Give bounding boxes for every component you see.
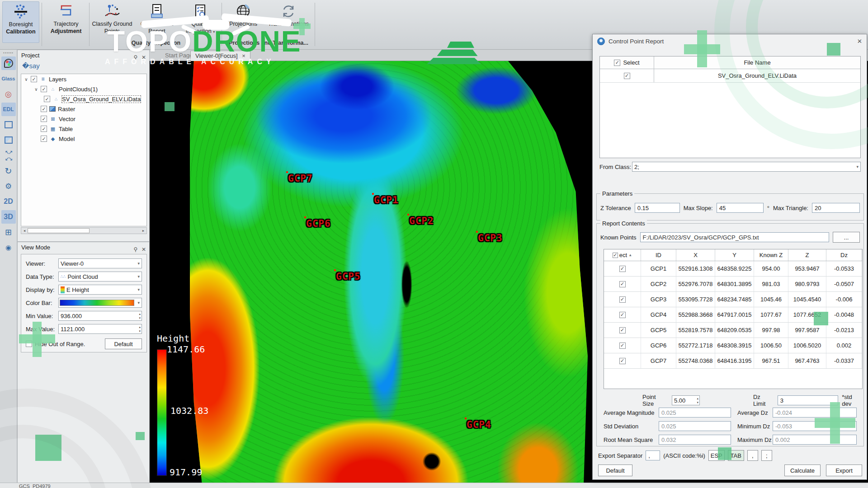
max-dz-value[interactable]: 0.002 <box>773 435 857 445</box>
hide-out-of-range-checkbox[interactable] <box>26 341 32 347</box>
header-dz[interactable]: Dz <box>826 249 862 261</box>
boresight-calibration-button[interactable]: Boresight Calibration <box>2 1 39 43</box>
row-checkbox[interactable] <box>619 343 626 349</box>
gcp-table-row[interactable]: GCP3 553095.7728 648234.7485 1045.46 104… <box>604 292 862 307</box>
new-viewer-icon[interactable]: ⊞ <box>1 225 16 239</box>
tree-item-raster[interactable]: Raster <box>21 104 146 114</box>
tree-item-lidata-file[interactable]: ∴SV_Osra_Ground_ELV.LiData <box>21 94 146 104</box>
std-deviation-value[interactable]: 0.025 <box>659 421 731 431</box>
max-triangle-input[interactable]: 20 <box>812 203 860 213</box>
quality-inspection-button[interactable]: Quality Inspection ▾ <box>180 1 221 43</box>
dialog-title-bar[interactable]: Control Point Report ✕ <box>593 34 867 48</box>
settings-points-icon[interactable]: ⚙ <box>1 179 16 193</box>
viewer-select[interactable]: Viewer-0▾ <box>58 258 142 268</box>
contour-glasses-icon[interactable]: ◎ <box>1 87 16 101</box>
caret-icon[interactable]: ∨ <box>24 77 28 82</box>
row-checkbox[interactable] <box>619 312 626 318</box>
classify-ground-points-button[interactable]: Classify Ground Points <box>90 1 134 43</box>
avg-magnitude-value[interactable]: 0.025 <box>659 408 731 418</box>
checkbox[interactable] <box>44 96 50 102</box>
select-all-checkbox[interactable] <box>614 60 620 66</box>
rms-value[interactable]: 0.032 <box>659 435 731 445</box>
gcp-table-row[interactable]: GCP5 552819.7578 648209.0535 997.98 997.… <box>604 323 862 338</box>
tree-item-table[interactable]: ▦Table <box>21 124 146 134</box>
checkbox[interactable] <box>41 86 47 92</box>
tab-viewer-0[interactable]: Viewer-0[Focus] × <box>190 51 250 61</box>
display-by-palette-icon[interactable] <box>1 56 16 70</box>
browse-button[interactable]: ... <box>833 232 860 243</box>
gcp-table-row[interactable]: GCP2 552976.7078 648301.3895 981.03 980.… <box>604 277 862 292</box>
tree-item-layers[interactable]: ∨≡Layers <box>21 74 146 84</box>
view-3d-button[interactable]: 3D <box>1 210 16 224</box>
semicolon-separator-button[interactable]: ; <box>761 450 772 461</box>
avg-dz-value[interactable]: -0.024 <box>773 408 857 418</box>
row-checkbox[interactable] <box>619 296 626 303</box>
gcp-marker[interactable]: GCP3 <box>478 233 503 244</box>
edl-mode-button[interactable]: EDL <box>1 103 16 116</box>
data-type-select[interactable]: ∴∴Point Cloud▾ <box>58 272 142 282</box>
known-points-path-input[interactable]: F:/LiDAR/2023/SV_Osra/GCP/GCP_GPS.txt <box>640 232 830 242</box>
header-select[interactable]: ect▲ <box>604 249 641 261</box>
close-icon[interactable]: ✕ <box>140 52 147 63</box>
select-all-gcp-checkbox[interactable] <box>613 253 618 258</box>
gcp-marker[interactable]: GCP1 <box>374 195 399 206</box>
trajectory-adjustment-button[interactable]: Trajectory Adjustment <box>43 1 89 43</box>
dz-limit-input[interactable]: 3 <box>778 395 839 405</box>
header-x[interactable]: X <box>676 249 715 261</box>
checkbox[interactable] <box>41 136 47 142</box>
point-size-input[interactable]: 5.00▴▾ <box>672 395 700 405</box>
max-slope-input[interactable]: 45 <box>717 203 764 213</box>
header-z[interactable]: Z <box>788 249 826 261</box>
separator-input[interactable]: , <box>646 450 660 460</box>
color-bar-select[interactable]: ▾ <box>58 298 142 308</box>
header-id[interactable]: ID <box>641 249 676 261</box>
row-checkbox[interactable] <box>619 281 626 287</box>
gcp-marker[interactable]: GCP7 <box>288 173 313 184</box>
projections-button[interactable]: Projections <box>223 1 263 43</box>
dialog-default-button[interactable]: Default <box>598 465 632 476</box>
from-class-select[interactable]: 2;▾ <box>632 162 861 172</box>
checkbox[interactable] <box>41 106 47 112</box>
row-checkbox[interactable] <box>619 358 626 364</box>
orbit-rotate-icon[interactable]: ↻ <box>1 164 16 178</box>
tab-close-icon[interactable]: × <box>242 52 245 59</box>
gcp-table-row[interactable]: GCP7 552748.0368 648416.3195 967.51 967.… <box>604 353 862 369</box>
esp-separator-button[interactable]: ESP <box>708 450 725 461</box>
min-value-input[interactable]: 936.000▴▾ <box>58 311 142 321</box>
default-button[interactable]: Default <box>105 338 142 349</box>
view-2d-button[interactable]: 2D <box>1 195 16 208</box>
cross-section-icon[interactable] <box>1 133 16 147</box>
dialog-close-icon[interactable]: ✕ <box>857 38 862 45</box>
tree-hscrollbar[interactable]: ◂ ▸ <box>21 227 147 234</box>
strip-drag-handle[interactable]: •••••• <box>0 51 17 55</box>
gcp-marker[interactable]: GCP5 <box>336 271 361 282</box>
gcp-marker[interactable]: GCP6 <box>306 218 331 229</box>
tree-item-pointclouds[interactable]: ∨∴PointClouds(1) <box>21 84 146 94</box>
header-y[interactable]: Y <box>715 249 754 261</box>
tree-item-vector[interactable]: ⊠Vector <box>21 114 146 124</box>
gcp-table-row[interactable]: GCP4 552988.3668 647917.0015 1077.67 107… <box>604 307 862 323</box>
file-table-row[interactable]: SV_Osra_Ground_ELV.LiData <box>600 69 860 83</box>
gcp-marker[interactable]: GCP2 <box>409 216 434 226</box>
calculate-button[interactable]: Calculate <box>784 465 821 476</box>
gcp-table-row[interactable]: GCP6 552772.1718 648308.3915 1006.50 100… <box>604 338 862 353</box>
pin-icon[interactable]: ⚲ <box>132 244 139 255</box>
display-by-select[interactable]: E Height▾ <box>58 285 142 295</box>
caret-icon[interactable]: ∨ <box>34 87 38 92</box>
row-checkbox[interactable] <box>619 327 626 333</box>
export-button[interactable]: Export <box>826 465 862 476</box>
cube-view-icon[interactable] <box>1 118 16 131</box>
roam-view-icon[interactable]: ◉ <box>1 241 16 254</box>
z-tolerance-input[interactable]: 0.15 <box>635 203 680 213</box>
header-known-z[interactable]: Known Z <box>754 249 788 261</box>
gcp-table-row[interactable]: GCP1 552916.1308 648358.9225 954.00 953.… <box>604 261 862 277</box>
comma-separator-button[interactable]: , <box>747 450 758 461</box>
full-extent-icon[interactable]: ↖↗↙↘ <box>1 149 16 162</box>
pin-icon[interactable]: ⚲ <box>132 52 139 63</box>
layers-stack-icon[interactable]: �say <box>22 62 40 70</box>
control-point-report-button[interactable]: Control Point Report <box>136 1 178 43</box>
glass-mode-button[interactable]: Glass <box>1 72 16 85</box>
terrain-point-cloud[interactable] <box>190 61 588 483</box>
checkbox[interactable] <box>31 76 37 82</box>
tab-separator-button[interactable]: TAB <box>728 450 744 461</box>
